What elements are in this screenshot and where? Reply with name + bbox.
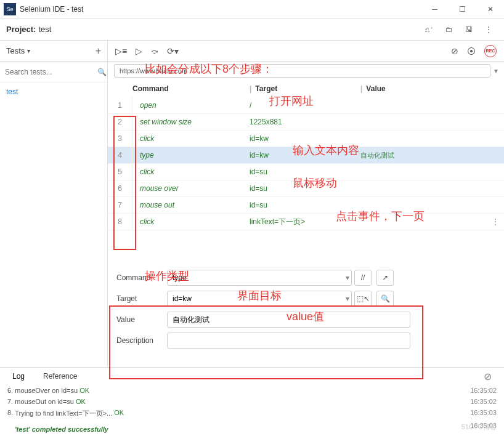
project-bar: Project: test ⎌⁺ 🗀 🖫 ⋮ <box>0 18 504 41</box>
close-button[interactable]: ✕ <box>476 0 504 18</box>
window-title: Selenium IDE - test <box>20 5 421 14</box>
save-project-icon[interactable]: 🖫 <box>463 24 474 35</box>
open-project-icon[interactable]: 🗀 <box>444 24 455 35</box>
value-input[interactable] <box>167 312 410 328</box>
log-success-line: 'test' completed successfully16:35:03 <box>0 420 504 438</box>
log-line: 6. mouseOver on id=su OK16:35:02 <box>0 385 504 396</box>
speed-icon[interactable]: ⟳▾ <box>167 46 179 56</box>
more-icon[interactable]: ⋮ <box>483 24 494 35</box>
disable-breakpoints-icon[interactable]: ⊘ <box>451 46 458 56</box>
log-section: Log Reference ⊘ 6. mouseOver on id=su OK… <box>0 367 504 438</box>
command-table: Command |Target |Value 1open/ 2set windo… <box>108 80 504 230</box>
log-line: 7. mouseOut on id=su OK16:35:02 <box>0 396 504 407</box>
sidebar: Tests ▾ + 🔍 test <box>0 41 108 367</box>
find-target-button[interactable]: 🔍 <box>376 291 394 307</box>
table-row[interactable]: 2set window size1225x881 <box>108 114 504 131</box>
value-label: Value <box>116 315 162 324</box>
step-icon[interactable]: ⤼ <box>151 46 158 56</box>
select-target-button[interactable]: ⬚↖ <box>354 291 372 307</box>
watermark: 51CTO博客 <box>461 422 497 432</box>
toggle-comment-button[interactable]: // <box>354 270 372 286</box>
url-dropdown-icon[interactable]: ▾ <box>494 67 498 75</box>
tests-label: Tests <box>6 46 25 55</box>
description-label: Description <box>116 336 162 345</box>
target-label: Target <box>116 294 162 303</box>
open-new-window-button[interactable]: ↗ <box>376 270 394 286</box>
tests-dropdown[interactable]: Tests ▾ + <box>0 41 107 62</box>
log-line: 8. Trying to find linkText=下一页>... OK16:… <box>0 407 504 420</box>
sidebar-item-test[interactable]: test <box>0 83 107 101</box>
pause-on-exception-icon[interactable]: ⦿ <box>467 46 476 56</box>
clear-log-icon[interactable]: ⊘ <box>484 371 492 382</box>
description-input[interactable] <box>167 333 410 349</box>
project-name: test <box>38 25 51 34</box>
caret-down-icon: ▾ <box>27 47 30 54</box>
run-current-icon[interactable]: ▷ <box>136 46 142 56</box>
header-value: Value <box>366 84 385 93</box>
table-row[interactable]: 1open/ <box>108 97 504 114</box>
add-test-button[interactable]: + <box>96 46 101 57</box>
header-target: Target <box>255 84 277 93</box>
playback-toolbar: ▷≡ ▷ ⤼ ⟳▾ ⊘ ⦿ REC <box>108 41 504 62</box>
maximize-button[interactable]: ☐ <box>449 0 476 18</box>
record-button[interactable]: REC <box>484 45 497 57</box>
app-icon: Se <box>4 3 16 15</box>
tab-log[interactable]: Log <box>12 372 25 381</box>
project-label: Project: <box>6 25 36 34</box>
target-input[interactable] <box>167 291 352 307</box>
command-detail-form: Command ▾ // ↗ Target ▾ ⬚↖ 🔍 Value Descr… <box>108 261 504 355</box>
window-titlebar: Se Selenium IDE - test ─ ☐ ✕ <box>0 0 504 18</box>
table-row[interactable]: 7mouse outid=su <box>108 197 504 214</box>
search-icon[interactable]: 🔍 <box>97 68 107 76</box>
minimize-button[interactable]: ─ <box>421 0 449 18</box>
command-label: Command <box>116 273 162 282</box>
run-all-icon[interactable]: ▷≡ <box>115 46 127 56</box>
table-row[interactable]: 5clickid=su <box>108 164 504 180</box>
new-project-icon[interactable]: ⎌⁺ <box>424 24 435 35</box>
table-row[interactable]: 4typeid=kw自动化测试 <box>108 147 504 164</box>
command-input[interactable] <box>167 270 352 286</box>
content-area: ▷≡ ▷ ⤼ ⟳▾ ⊘ ⦿ REC https://www.baidu.com … <box>108 41 504 367</box>
tab-reference[interactable]: Reference <box>43 372 77 381</box>
table-row[interactable]: 8clicklinkText=下一页>⋮ <box>108 214 504 230</box>
header-command: Command <box>132 84 250 93</box>
row-more-icon[interactable]: ⋮ <box>492 217 504 226</box>
search-input[interactable] <box>5 68 97 76</box>
base-url-input[interactable]: https://www.baidu.com <box>114 64 490 78</box>
table-row[interactable]: 3clickid=kw <box>108 131 504 147</box>
table-row[interactable]: 6mouse overid=su <box>108 180 504 197</box>
